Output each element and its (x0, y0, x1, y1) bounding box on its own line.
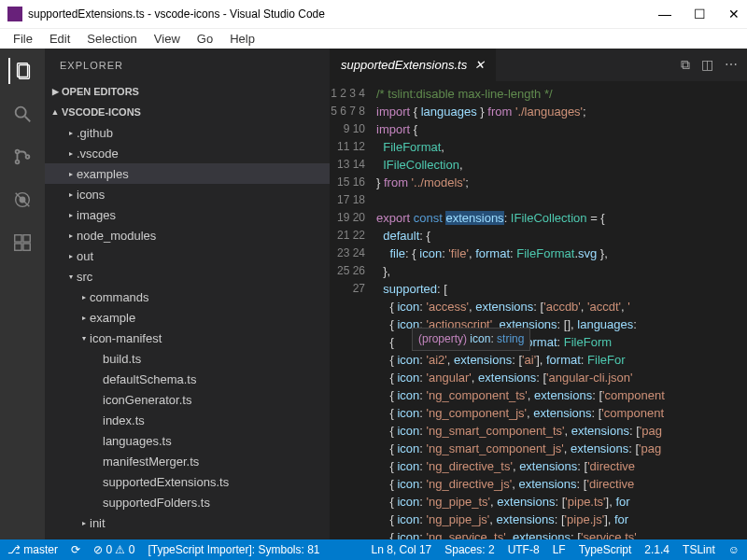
tree-item-label: languages.ts (103, 434, 172, 448)
ts-importer[interactable]: [TypeScript Importer]: Symbols: 81 (148, 543, 319, 556)
menubar: File Edit Selection View Go Help (0, 28, 747, 49)
tree-item-manifestMerger-ts[interactable]: manifestMerger.ts (45, 451, 330, 471)
encoding[interactable]: UTF-8 (508, 543, 540, 556)
tree-item-label: out (77, 249, 93, 263)
tree-item-defaultSchema-ts[interactable]: defaultSchema.ts (45, 369, 330, 389)
svg-rect-12 (23, 244, 30, 250)
maximize-button[interactable]: ☐ (694, 7, 706, 21)
split-right-icon[interactable]: ⧉ (681, 57, 690, 73)
ts-version[interactable]: 2.1.4 (644, 543, 669, 556)
tree-item-label: src (77, 270, 92, 284)
chevron-icon: ▸ (65, 252, 77, 260)
language-mode[interactable]: TypeScript (579, 543, 632, 556)
tree-item-label: icons (77, 188, 105, 202)
vscode-logo-icon (7, 7, 22, 21)
chevron-icon: ▸ (78, 293, 90, 301)
tree-item-label: example (90, 311, 135, 325)
tree-item-icon-manifest[interactable]: ▾icon-manifest (45, 328, 330, 348)
activitybar (0, 49, 45, 539)
svg-point-2 (16, 107, 26, 118)
tabbar: supportedExtensions.ts ✕ ⧉ ◫ ⋯ (330, 49, 747, 81)
open-editors-section[interactable]: ▶OPEN EDITORS (45, 81, 330, 102)
tree-item-label: init (90, 516, 106, 530)
chevron-icon: ▸ (65, 231, 77, 240)
tree-item-example[interactable]: ▸example (45, 307, 330, 328)
chevron-icon: ▸ (65, 149, 77, 158)
tree-item-label: iconGenerator.ts (103, 393, 191, 407)
menu-go[interactable]: Go (190, 30, 220, 48)
tree-item-label: commands (90, 290, 149, 304)
source-control-icon[interactable] (9, 144, 35, 170)
tree-item-label: defaultSchema.ts (103, 372, 196, 386)
titlebar: supportedExtensions.ts - vscode-icons - … (0, 0, 747, 28)
tree-item-languages-ts[interactable]: languages.ts (45, 430, 330, 451)
statusbar: ⎇ master ⟳ ⊘ 0 ⚠ 0 [TypeScript Importer]… (0, 539, 747, 560)
tree-item-label: supportedExtensions.ts (103, 475, 229, 489)
tree-item-init[interactable]: ▸init (45, 512, 330, 533)
tree-item-label: examples (77, 167, 129, 181)
tree-item--github[interactable]: ▸.github (45, 122, 330, 143)
sidebar: EXPLORER ▶OPEN EDITORS ▲VSCODE-ICONS ▸.g… (45, 49, 330, 539)
tree-item-label: supportedFolders.ts (103, 496, 210, 510)
feedback-icon[interactable]: ☺ (728, 543, 740, 556)
svg-line-3 (25, 117, 31, 122)
tree-item-label: index.ts (103, 413, 145, 427)
menu-file[interactable]: File (6, 30, 40, 48)
tab-supportedextensions[interactable]: supportedExtensions.ts ✕ (330, 49, 496, 81)
svg-point-5 (16, 161, 20, 164)
tree-item-label: icon-manifest (90, 331, 162, 345)
svg-rect-13 (23, 235, 30, 242)
tree-item-index-ts[interactable]: index.ts (45, 410, 330, 430)
code-content[interactable]: /* tslint:disable max-line-length */ imp… (376, 81, 747, 539)
tree-item-supportedFolders-ts[interactable]: supportedFolders.ts (45, 492, 330, 512)
menu-help[interactable]: Help (222, 30, 262, 48)
tree-item-supportedExtensions-ts[interactable]: supportedExtensions.ts (45, 471, 330, 492)
chevron-icon: ▸ (65, 129, 77, 137)
split-editor-icon[interactable]: ◫ (701, 57, 713, 73)
debug-icon[interactable] (9, 187, 35, 213)
tree-item-node_modules[interactable]: ▸node_modules (45, 225, 330, 245)
tree-item-out[interactable]: ▸out (45, 245, 330, 266)
tree-item-images[interactable]: ▸images (45, 204, 330, 225)
minimize-button[interactable]: — (658, 7, 671, 21)
tree-item-commands[interactable]: ▸commands (45, 287, 330, 307)
tslint[interactable]: TSLint (683, 543, 715, 556)
sync-icon[interactable]: ⟳ (71, 543, 80, 556)
chevron-icon: ▸ (65, 190, 77, 199)
extensions-icon[interactable] (9, 230, 35, 256)
tree-item-build-ts[interactable]: build.ts (45, 348, 330, 369)
svg-rect-11 (15, 244, 21, 250)
eol[interactable]: LF (553, 543, 566, 556)
menu-selection[interactable]: Selection (79, 30, 144, 48)
window-title: supportedExtensions.ts - vscode-icons - … (28, 7, 325, 21)
tab-actions: ⧉ ◫ ⋯ (681, 57, 747, 73)
sidebar-title: EXPLORER (45, 49, 330, 81)
menu-edit[interactable]: Edit (42, 30, 78, 48)
line-gutter: 1 2 3 4 5 6 7 8 9 10 11 12 13 14 15 16 1… (330, 81, 376, 539)
chevron-icon: ▾ (65, 273, 77, 281)
tree-item-label: .github (77, 126, 113, 140)
search-icon[interactable] (9, 101, 35, 127)
tree-item-examples[interactable]: ▸examples (45, 163, 330, 184)
git-branch[interactable]: ⎇ master (7, 543, 58, 556)
tree-item-icons[interactable]: ▸icons (45, 184, 330, 204)
tree-item-label: .vscode (77, 147, 119, 161)
tab-close-icon[interactable]: ✕ (474, 58, 485, 72)
tree-item-iconGenerator-ts[interactable]: iconGenerator.ts (45, 389, 330, 410)
menu-view[interactable]: View (147, 30, 188, 48)
tree-item-label: images (77, 208, 116, 222)
errors[interactable]: ⊘ 0 ⚠ 0 (93, 543, 134, 556)
tree-item-src[interactable]: ▾src (45, 266, 330, 287)
more-icon[interactable]: ⋯ (725, 57, 738, 73)
tree-item--vscode[interactable]: ▸.vscode (45, 143, 330, 163)
code-editor[interactable]: 1 2 3 4 5 6 7 8 9 10 11 12 13 14 15 16 1… (330, 81, 747, 539)
explorer-icon[interactable] (8, 58, 35, 84)
close-button[interactable]: ✕ (728, 7, 740, 21)
svg-rect-10 (15, 235, 21, 242)
chevron-icon: ▾ (78, 334, 90, 343)
cursor-position[interactable]: Ln 8, Col 17 (372, 543, 432, 556)
chevron-icon: ▸ (78, 314, 90, 322)
chevron-icon: ▸ (78, 519, 90, 527)
indentation[interactable]: Spaces: 2 (444, 543, 494, 556)
project-section[interactable]: ▲VSCODE-ICONS (45, 102, 330, 122)
